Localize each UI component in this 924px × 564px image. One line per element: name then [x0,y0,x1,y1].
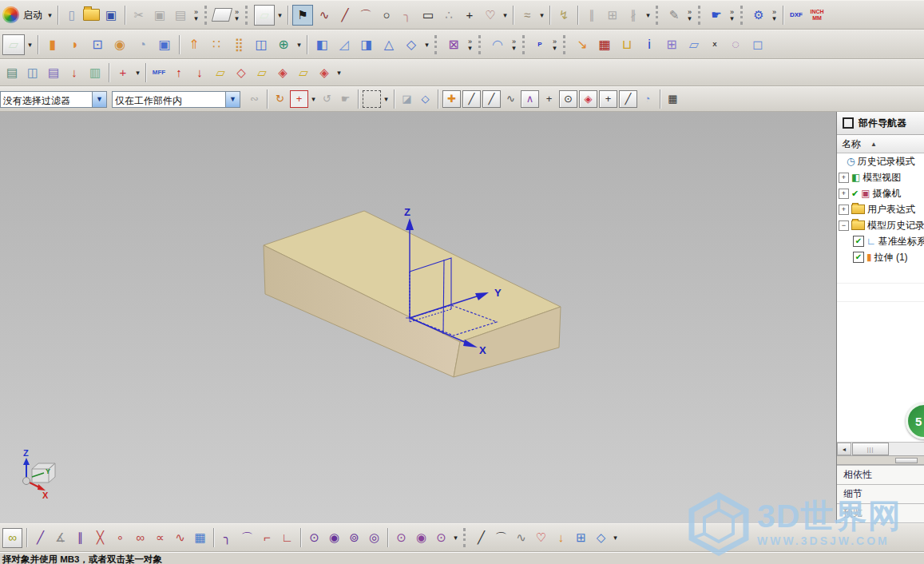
tree-item-history-mode[interactable]: ◷ 历史记录模式 [837,153,924,169]
expand-toggle[interactable]: + [839,189,849,199]
draft-button[interactable]: △ [379,35,399,54]
boss-button[interactable]: ◉ [109,35,130,54]
project-curve-button[interactable]: ↓ [552,529,570,547]
snap-existing-point-toggle[interactable]: + [599,90,617,108]
cam-geometry-button[interactable]: ▦ [594,35,615,54]
text-button[interactable]: X [706,35,724,54]
datum-plane-overflow-dropdown[interactable]: ▾ [335,69,343,77]
point-set-button[interactable]: + [113,63,133,82]
finish-sketch-flag-button[interactable]: ⚑ [292,5,313,26]
hand-tool-button[interactable]: ☛ [337,91,354,107]
sheet-body-button[interactable]: ◿ [334,35,355,54]
checkbox-checked[interactable]: ✔ [853,252,864,263]
fillet-button[interactable]: ╮ [398,6,417,25]
datum-plane-dropdown[interactable]: ▾ [276,11,284,19]
sketch-plane-button[interactable]: ▱ [2,34,25,55]
toolbar-grip[interactable] [434,35,439,54]
toolbar-grip[interactable] [656,6,660,25]
unit-convert-button[interactable]: INCH MM [807,6,827,25]
parallel-line-button[interactable]: ∥ [71,529,89,547]
make-symmetric-button[interactable]: ⊞ [603,6,622,25]
snap-point-filter-button[interactable]: + [290,90,308,108]
toolbar-grip[interactable] [463,528,468,547]
datum-plane-c-button[interactable]: ▱ [252,63,272,82]
selection-scope-combo[interactable]: 仅在工作部件内 ▼ [112,91,240,108]
direct-sketch-button[interactable]: ☛ [707,6,726,25]
rectangle-select-dropdown[interactable]: ▾ [382,95,391,103]
fastener-tool-button[interactable]: ⚙ [749,6,768,25]
mesh-button[interactable]: ⊞ [661,35,682,54]
toolbar-grip[interactable] [563,35,568,54]
scroll-left-button[interactable]: ◂ [837,443,851,455]
datum-plane-b-button[interactable]: ◇ [232,63,251,82]
rotate-wcs-button[interactable]: ↺ [319,91,335,107]
snap-quadrant-toggle[interactable]: ◈ [579,90,597,108]
circle-center-radius-button[interactable]: ⊙ [305,529,323,547]
datum-extract-button[interactable]: ⇑ [184,35,204,54]
splitter-handle[interactable] [895,458,918,463]
swept-button[interactable]: ◠ [487,35,508,54]
move-up-layer-button[interactable]: ↑ [169,63,188,82]
datum-plane-f-button[interactable]: ◈ [315,63,334,82]
quick-trim-button[interactable]: ↯ [554,6,573,25]
point-button[interactable]: + [460,6,479,25]
snap-endpoint-toggle[interactable]: ╱ [462,90,481,108]
delete-face-button[interactable]: ⊠ [443,35,464,54]
copy-to-layer-button[interactable]: ▥ [85,63,105,82]
tree-item-model-history[interactable]: − 模型历史记录 [837,217,924,233]
sketch-plane-dropdown[interactable]: ▾ [26,41,34,49]
datum-plane-d-button[interactable]: ◈ [273,63,292,82]
wireframe-view-button[interactable]: ◇ [417,91,434,107]
cam-info-button[interactable]: i [639,35,660,54]
scrollbar-thumb[interactable]: ||| [852,443,889,455]
hole-button[interactable]: ⊡ [87,35,108,54]
corner-angle-button[interactable]: ∟ [278,529,296,547]
open-file-button[interactable] [83,9,100,21]
thicken-button[interactable]: ◨ [356,35,377,54]
combined-projection-dropdown[interactable]: ▾ [611,534,620,542]
point-set-dropdown[interactable]: ▾ [133,69,142,77]
sketch-chamfer-button[interactable]: ⌒ [238,529,256,547]
expand-toggle[interactable]: + [839,205,849,215]
edit-overflow-button[interactable]: »▾ [684,9,695,22]
rectangle-button[interactable]: ▭ [418,6,438,25]
combined-projection-button[interactable]: ◇ [592,529,610,547]
ref-circle-dropdown[interactable]: ▾ [451,534,460,542]
part-navigator-header[interactable]: 部件导航器 [837,112,924,135]
shell-dropdown[interactable]: ▾ [422,41,431,49]
datum-plane-e-button[interactable]: ▱ [294,63,313,82]
snap-point-on-line-toggle[interactable]: ╱ [619,90,637,108]
toolbar-grip[interactable] [740,6,745,25]
plane-4pt-button[interactable]: ▱ [684,35,704,54]
panel-splitter[interactable] [837,455,924,465]
pnc-overflow-button[interactable]: »▾ [549,38,560,51]
layer-settings-button[interactable]: ▤ [2,63,22,82]
tree-item-model-views[interactable]: + ◧ 模型视图 [837,169,924,185]
rectangle-select-button[interactable] [363,90,381,108]
datum-plane-box-button[interactable]: ▱ [254,5,275,26]
circle-button[interactable]: ○ [377,6,396,25]
sketch-line-button[interactable]: ╱ [31,529,50,547]
start-menu-button[interactable]: 启动 [21,6,45,25]
section-dependencies[interactable]: 相依性 [837,465,924,484]
section-details[interactable]: 细节 [837,484,924,503]
layer-visible-in-view-button[interactable]: ◫ [23,63,42,82]
rib-button[interactable]: ◔ [132,35,153,54]
sketch-fillet-button[interactable]: ╮ [218,529,236,547]
boolean-dropdown[interactable]: ▾ [295,41,303,49]
edit-curve-button[interactable]: ✎ [664,6,684,25]
paste-button[interactable]: ▤ [171,6,190,25]
unite-button[interactable]: ⊕ [273,35,294,54]
sketch-task-button[interactable] [212,8,232,22]
trim-body-button[interactable]: ◧ [311,35,332,54]
ref-circle-2-button[interactable]: ◉ [412,529,430,547]
circle-boxed-button[interactable]: ⊚ [345,529,363,547]
selection-filter-combo[interactable]: 没有选择过滤器 ▼ [0,91,107,108]
new-file-button[interactable]: ▯ [62,6,81,25]
checkbox-checked[interactable]: ✔ [853,236,864,247]
toolbar-grip[interactable] [522,35,527,54]
auto-constrain-button[interactable]: ∦ [624,6,643,25]
snap-settings-button[interactable]: ∾ [246,91,263,107]
pnc-button[interactable]: P [531,35,549,54]
toolbar-grip[interactable] [245,6,250,25]
